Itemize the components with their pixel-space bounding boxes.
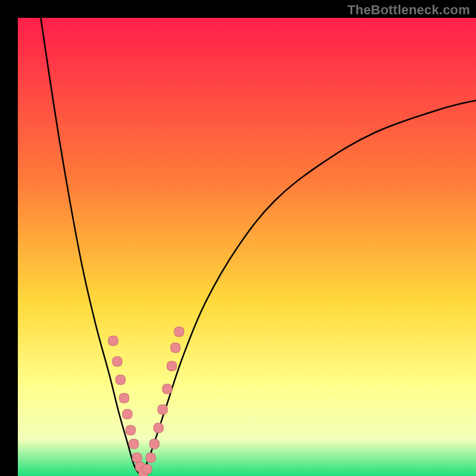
marker-point xyxy=(167,361,177,371)
chart-frame: TheBottleneck.com xyxy=(0,0,476,476)
marker-point xyxy=(154,423,163,433)
marker-point xyxy=(112,357,122,367)
plot-area xyxy=(18,18,476,476)
marker-point xyxy=(174,327,184,336)
marker-point xyxy=(149,439,159,449)
marker-point xyxy=(126,425,135,435)
marker-point xyxy=(129,439,139,449)
watermark-text: TheBottleneck.com xyxy=(347,2,470,18)
chart-svg xyxy=(18,18,476,476)
marker-point xyxy=(115,375,125,384)
marker-point xyxy=(171,343,180,352)
marker-point xyxy=(123,409,132,419)
marker-point xyxy=(158,405,167,414)
marker-point xyxy=(132,453,142,462)
marker-point xyxy=(108,336,118,346)
marker-point xyxy=(120,393,129,403)
gradient-background xyxy=(18,18,476,476)
marker-point xyxy=(142,464,152,474)
marker-point xyxy=(146,453,155,462)
marker-point xyxy=(162,384,172,394)
